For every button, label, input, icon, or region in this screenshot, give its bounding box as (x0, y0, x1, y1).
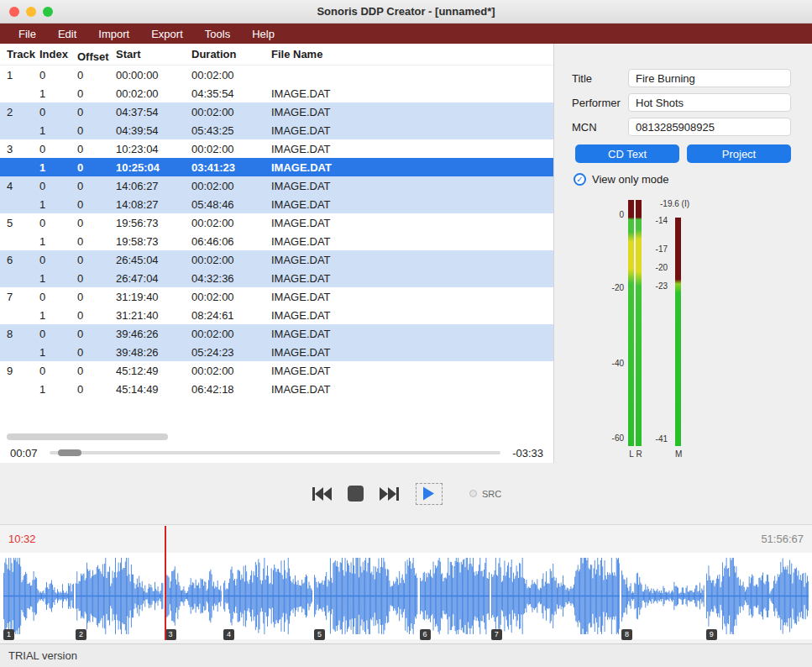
table-row[interactable]: 30010:23:0400:02:00IMAGE.DATUSQ (0, 139, 553, 158)
waveform-segment[interactable]: 8 (621, 553, 705, 639)
performer-input[interactable] (628, 93, 791, 112)
cd-text-button[interactable]: CD Text (575, 144, 679, 163)
cell-index: 0 (39, 254, 77, 266)
table-row[interactable]: 1014:08:2705:48:46IMAGE.DAT (0, 195, 553, 213)
cell-duration: 05:48:46 (191, 198, 271, 211)
view-only-checked-icon[interactable] (574, 173, 586, 186)
cell-duration: 00:02:00 (191, 180, 271, 192)
cell-track: 3 (7, 143, 39, 155)
table-empty-area (0, 398, 553, 431)
waveform-segment[interactable]: 6 (420, 553, 490, 639)
zoom-window-button[interactable] (43, 7, 53, 17)
track-marker[interactable]: 6 (420, 629, 431, 640)
cell-index: 1 (39, 198, 77, 211)
table-row[interactable]: 90045:12:4900:02:00IMAGE.DATUSQ (0, 361, 553, 380)
table-row[interactable]: 50019:56:7300:02:00IMAGE.DATUSQ (0, 213, 553, 232)
waveform-strip[interactable]: 123456789 (0, 553, 812, 639)
column-header-start[interactable]: Start (116, 48, 191, 60)
title-input[interactable] (628, 69, 791, 87)
track-marker[interactable]: 5 (314, 629, 325, 640)
menu-file[interactable]: File (8, 25, 47, 43)
src-indicator-icon[interactable] (469, 490, 477, 497)
minimize-window-button[interactable] (26, 7, 36, 17)
cell-start: 31:19:40 (116, 291, 191, 303)
waveform-segment[interactable]: 3 (165, 553, 223, 639)
table-row[interactable]: 1000:02:0004:35:54IMAGE.DAT (0, 84, 553, 102)
column-header-duration[interactable]: Duration (191, 48, 271, 60)
track-marker[interactable]: 8 (621, 629, 632, 640)
track-marker[interactable]: 7 (491, 629, 502, 640)
skip-forward-icon (379, 486, 401, 502)
menu-tools[interactable]: Tools (194, 25, 241, 43)
column-header-track[interactable]: Track (7, 48, 39, 60)
m-scale-14: -14 (646, 216, 668, 225)
table-row[interactable]: 1010:25:0403:41:23IMAGE.DAT (0, 158, 553, 176)
skip-forward-button[interactable] (379, 486, 401, 502)
column-header-offset[interactable]: Offset (77, 50, 116, 63)
table-row[interactable]: 1026:47:0404:32:36IMAGE.DAT (0, 269, 553, 287)
column-header-filename[interactable]: File Name (271, 48, 554, 60)
channel-label-m: M (675, 449, 682, 459)
track-marker[interactable]: 9 (706, 629, 717, 640)
cell-start: 19:56:73 (116, 217, 191, 229)
cell-duration: 03:41:23 (191, 161, 271, 174)
cell-offset: 0 (77, 272, 116, 285)
scrollbar-thumb[interactable] (7, 433, 168, 440)
playhead[interactable] (165, 526, 166, 640)
close-window-button[interactable] (9, 7, 19, 17)
waveform-segment[interactable]: 1 (3, 553, 74, 639)
column-header-index[interactable]: Index (39, 48, 77, 60)
waveform-segment[interactable]: 7 (491, 553, 620, 639)
cell-index: 0 (39, 365, 77, 377)
cell-duration: 06:46:06 (191, 235, 271, 248)
menu-import[interactable]: Import (87, 25, 140, 43)
cell-file: IMAGE.DAT (271, 365, 554, 377)
m-scale-41: -41 (646, 434, 668, 444)
cell-index: 0 (39, 143, 77, 155)
meter-bar-left (628, 200, 634, 446)
table-row[interactable]: 1039:48:2605:24:23IMAGE.DAT (0, 343, 553, 361)
project-button[interactable]: Project (687, 144, 791, 163)
table-row[interactable]: 10000:00:0000:02:00USQ (0, 66, 553, 84)
cell-duration: 00:02:00 (191, 328, 271, 340)
waveform-graphic (3, 553, 74, 639)
seek-row: 00:07 -03:33 (0, 443, 553, 463)
table-row[interactable]: 60026:45:0400:02:00IMAGE.DATUSQ (0, 250, 553, 269)
menu-export[interactable]: Export (140, 25, 194, 43)
main-area: Track Index Offset Start Duration File N… (0, 44, 812, 463)
mcn-input[interactable] (628, 118, 791, 136)
table-row[interactable]: 1004:39:5405:43:25IMAGE.DAT (0, 121, 553, 139)
waveform-segment[interactable]: 9 (706, 553, 809, 639)
table-row[interactable]: 80039:46:2600:02:00IMAGE.DATUSQ (0, 324, 553, 343)
src-indicator-group: SRC (469, 489, 501, 499)
seek-slider-thumb[interactable] (58, 449, 81, 456)
track-marker[interactable]: 2 (76, 629, 86, 640)
table-row[interactable]: 1031:21:4008:24:61IMAGE.DAT (0, 306, 553, 324)
track-marker[interactable]: 4 (223, 629, 234, 640)
cell-offset: 0 (77, 254, 116, 266)
mcn-field-row: MCN (572, 118, 791, 136)
cell-offset: 0 (77, 87, 116, 100)
waveform-segment[interactable]: 5 (314, 553, 417, 639)
menu-edit[interactable]: Edit (47, 25, 87, 43)
track-marker[interactable]: 3 (165, 629, 176, 640)
cell-offset: 0 (77, 69, 116, 81)
play-button[interactable] (416, 483, 443, 505)
seek-slider[interactable] (50, 451, 501, 454)
cell-start: 14:06:27 (116, 180, 191, 192)
skip-back-button[interactable] (311, 486, 333, 502)
cell-start: 45:12:49 (116, 365, 191, 377)
table-row[interactable]: 20004:37:5400:02:00IMAGE.DATUSQ (0, 102, 553, 121)
track-marker[interactable]: 1 (3, 629, 14, 640)
menu-help[interactable]: Help (241, 25, 286, 43)
waveform-segment[interactable]: 2 (76, 553, 163, 639)
table-row[interactable]: 40014:06:2700:02:00IMAGE.DATUSQ (0, 176, 553, 195)
cell-file: IMAGE.DAT (271, 124, 554, 137)
table-row[interactable]: 70031:19:4000:02:00IMAGE.DATUSQ (0, 287, 553, 306)
table-row[interactable]: 1019:58:7306:46:06IMAGE.DAT (0, 232, 553, 250)
waveform-segment[interactable]: 4 (223, 553, 312, 639)
stop-button[interactable] (348, 486, 364, 502)
title-label: Title (572, 72, 628, 85)
table-row[interactable]: 1045:14:4906:42:18IMAGE.DAT (0, 380, 553, 398)
cell-index: 0 (39, 291, 77, 303)
